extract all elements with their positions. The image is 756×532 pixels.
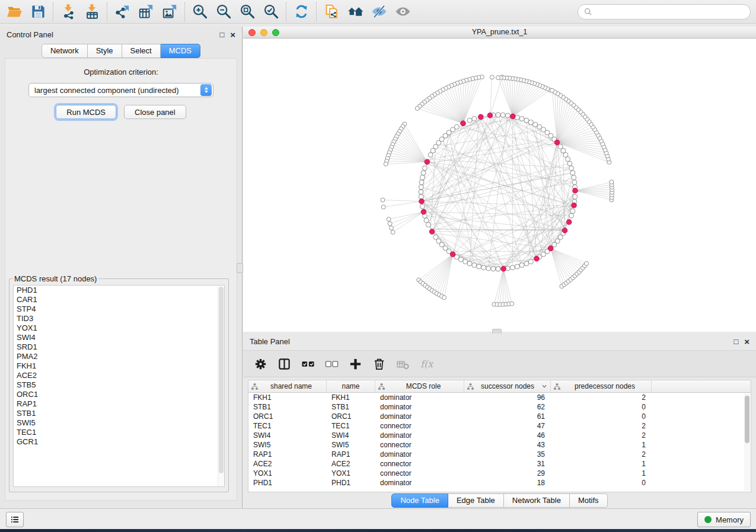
network-edge[interactable] <box>383 200 422 201</box>
save-session-button[interactable] <box>26 2 50 22</box>
mcds-result-item[interactable]: RAP1 <box>14 399 224 409</box>
table-cell[interactable]: ORC1 <box>248 412 327 421</box>
network-edge[interactable] <box>506 78 513 117</box>
network-edge[interactable] <box>463 79 470 123</box>
table-cell[interactable]: FKH1 <box>248 393 327 402</box>
network-node[interactable] <box>515 264 519 269</box>
network-node[interactable] <box>428 152 433 157</box>
import-network-button[interactable] <box>56 2 80 22</box>
table-cell[interactable]: TEC1 <box>248 422 327 430</box>
unselect-all-columns-button[interactable] <box>325 357 339 371</box>
network-edge[interactable] <box>426 164 498 269</box>
network-edge[interactable] <box>575 182 611 190</box>
network-node[interactable] <box>572 175 576 180</box>
network-node[interactable] <box>442 296 446 300</box>
network-edge[interactable] <box>494 269 503 305</box>
table-cell[interactable]: 0 <box>551 479 652 487</box>
network-node[interactable] <box>550 88 554 92</box>
open-file-button[interactable] <box>2 2 26 22</box>
mcds-result-item[interactable]: TEC1 <box>14 428 224 437</box>
network-node[interactable] <box>610 180 614 184</box>
table-cell[interactable]: 29 <box>464 469 551 477</box>
network-node[interactable] <box>419 180 424 185</box>
network-edge[interactable] <box>422 104 463 123</box>
network-node[interactable] <box>420 204 425 209</box>
export-table-button[interactable] <box>134 2 158 22</box>
table-cell[interactable]: SWI5 <box>248 441 327 449</box>
network-hub-node[interactable] <box>450 252 455 257</box>
table-row[interactable]: YOX1YOX1connector291 <box>248 469 751 478</box>
network-node[interactable] <box>496 113 500 117</box>
network-node[interactable] <box>391 230 395 235</box>
float-table-panel-icon[interactable]: □ <box>733 338 738 345</box>
network-node[interactable] <box>419 194 423 199</box>
table-row[interactable]: FKH1FKH1dominator962 <box>248 393 751 402</box>
table-cell[interactable]: 1 <box>551 460 652 468</box>
network-hub-node[interactable] <box>572 203 577 208</box>
run-mcds-button[interactable]: Run MCDS <box>56 105 116 119</box>
table-row[interactable]: SWI4SWI4dominator462 <box>248 431 751 440</box>
tab-select[interactable]: Select <box>122 44 161 58</box>
network-edge[interactable] <box>386 162 428 164</box>
tab-network-table[interactable]: Network Table <box>504 493 570 508</box>
column-header-mcds-role[interactable]: MCDS role <box>375 380 464 392</box>
network-node[interactable] <box>424 218 429 223</box>
network-node[interactable] <box>419 185 423 190</box>
network-edge[interactable] <box>422 117 481 182</box>
network-edge[interactable] <box>461 124 554 245</box>
column-header-predecessor-nodes[interactable]: predecessor nodes <box>551 380 652 392</box>
scrollbar-thumb[interactable] <box>219 287 224 473</box>
network-edge[interactable] <box>527 120 574 206</box>
network-hub-node[interactable] <box>419 199 425 204</box>
table-scrollbar[interactable] <box>744 393 750 491</box>
network-edge[interactable] <box>432 122 531 232</box>
mcds-result-item[interactable]: CAR1 <box>14 295 224 305</box>
table-cell[interactable]: dominator <box>375 393 464 402</box>
network-node[interactable] <box>570 171 575 175</box>
mcds-result-item[interactable]: SWI4 <box>14 333 224 342</box>
table-cell[interactable]: 96 <box>464 393 551 402</box>
table-cell[interactable]: RAP1 <box>248 450 327 459</box>
mcds-result-item[interactable]: PHD1 <box>14 286 224 295</box>
table-cell[interactable]: connector <box>375 422 464 430</box>
network-node[interactable] <box>570 209 575 213</box>
mcds-result-item[interactable]: SRD1 <box>14 342 224 352</box>
network-node[interactable] <box>519 116 524 121</box>
zoom-selected-button[interactable] <box>259 2 283 22</box>
criterion-select[interactable]: largest connected component (undirected) <box>28 83 213 97</box>
table-cell[interactable]: 2 <box>551 450 652 459</box>
network-node[interactable] <box>419 190 423 194</box>
network-edge[interactable] <box>384 201 422 207</box>
network-hub-node[interactable] <box>501 266 506 271</box>
network-node[interactable] <box>515 115 519 120</box>
mcds-list-scrollbar[interactable] <box>218 286 224 486</box>
table-cell[interactable]: 2 <box>551 393 652 402</box>
network-hub-node[interactable] <box>573 188 578 193</box>
network-hub-node[interactable] <box>421 209 426 214</box>
network-edge[interactable] <box>551 248 569 281</box>
task-history-button[interactable] <box>6 512 24 527</box>
network-edge[interactable] <box>513 90 550 116</box>
network-hub-node[interactable] <box>562 228 567 233</box>
table-cell[interactable]: 35 <box>464 450 551 459</box>
network-node[interactable] <box>569 213 574 218</box>
tab-mcds[interactable]: MCDS <box>161 44 200 58</box>
table-row[interactable]: STB1STB1dominator620 <box>248 402 751 412</box>
network-node[interactable] <box>463 259 468 264</box>
network-hub-node[interactable] <box>511 114 516 119</box>
tab-node-table[interactable]: Node Table <box>391 493 448 508</box>
network-hub-node[interactable] <box>429 229 435 235</box>
duplicate-network-button[interactable] <box>320 2 343 22</box>
network-node[interactable] <box>558 145 563 149</box>
network-node[interactable] <box>510 265 515 270</box>
mcds-result-item[interactable]: SWI5 <box>14 418 224 428</box>
network-edge[interactable] <box>394 142 427 162</box>
network-node[interactable] <box>472 116 477 121</box>
table-cell[interactable]: PHD1 <box>248 479 327 487</box>
network-edge[interactable] <box>403 127 427 162</box>
network-edge[interactable] <box>422 201 574 207</box>
mcds-result-item[interactable]: GCR1 <box>14 437 224 447</box>
table-cell[interactable]: SWI4 <box>327 431 375 440</box>
network-graph[interactable] <box>243 38 756 332</box>
close-mcds-panel-button[interactable]: Close panel <box>124 105 186 119</box>
